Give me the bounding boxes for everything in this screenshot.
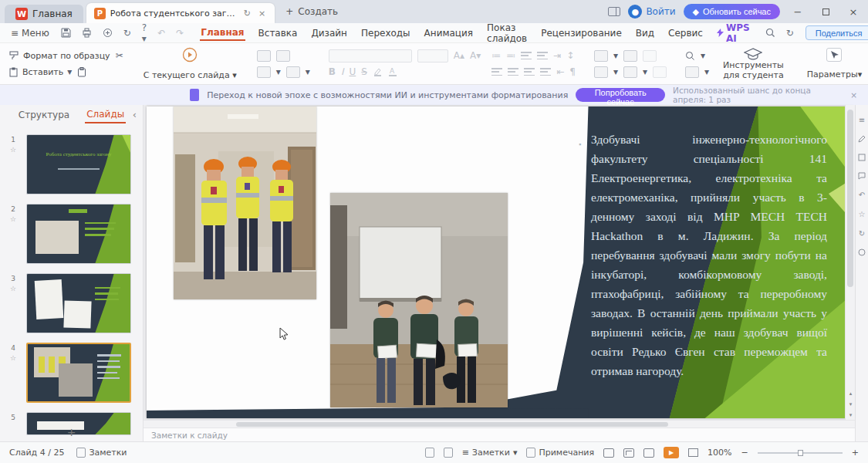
new-slide-button[interactable] [257, 50, 271, 62]
zoom-level[interactable]: 100% [708, 448, 731, 458]
sync-icon[interactable]: ↻ [121, 28, 133, 39]
slide-layout-button[interactable] [276, 50, 290, 62]
upgrade-button[interactable]: ◆ Обновить сейчас [684, 4, 780, 19]
undo-icon[interactable]: ↶ [155, 28, 167, 39]
insert-media-button[interactable] [653, 66, 667, 78]
align-left-icon[interactable] [521, 52, 532, 59]
help-panel-icon[interactable] [858, 248, 866, 256]
try-now-button[interactable]: Попробовать сейчас [576, 88, 665, 102]
next-slide-arrow[interactable]: ▾ [846, 401, 856, 407]
zoom-slider-knob[interactable] [798, 450, 803, 456]
previous-slide-arrow[interactable]: ▴ [846, 390, 856, 397]
reset-slide-button[interactable] [286, 66, 300, 78]
insert-table-button[interactable] [623, 50, 637, 62]
share-button[interactable]: Поделиться [806, 25, 868, 40]
tab-outline[interactable]: Структура [17, 107, 71, 123]
paste-button[interactable]: Вставить ▾ [9, 66, 72, 77]
tab-transitions[interactable]: Переходы [360, 26, 411, 40]
login-button[interactable]: ● Войти [628, 5, 675, 19]
normal-view-button[interactable] [603, 448, 614, 458]
tab-view[interactable]: Вид [635, 26, 655, 40]
split-view-icon[interactable] [608, 7, 620, 16]
accessibility-icon[interactable] [444, 448, 453, 458]
grow-font-icon[interactable]: A▴ [454, 50, 464, 61]
zoom-in-button[interactable]: + [852, 448, 859, 458]
photo-hardhat-group[interactable] [174, 106, 316, 299]
tab-tools[interactable]: Сервис [667, 26, 704, 40]
zoom-out-button[interactable]: − [741, 448, 748, 458]
font-size-select[interactable] [417, 49, 448, 63]
vertical-scrollbar[interactable]: ▴ ▾ ▾ [845, 105, 855, 420]
underline-button[interactable]: U [349, 66, 356, 77]
menu-button[interactable]: ≡ Меню [8, 28, 52, 39]
edit-panel-icon[interactable] [858, 135, 866, 143]
tab-animation[interactable]: Анимация [424, 26, 474, 40]
insert-shape-button[interactable] [594, 50, 608, 62]
layout-dropdown-icon[interactable]: ▾ [306, 66, 310, 77]
slideshow-from-current-button[interactable]: С текущего слайда ▾ [139, 46, 241, 81]
student-tools-button[interactable]: Инструменты для студента [717, 46, 790, 81]
current-slide[interactable]: ▪ Здобувачі інженерно-технологічного фак… [147, 106, 853, 418]
parameters-button[interactable]: Параметры▾ [802, 46, 866, 81]
highlight-color-button[interactable] [373, 67, 383, 76]
close-window-button[interactable]: × [843, 6, 863, 18]
print-icon[interactable] [79, 28, 94, 38]
slide-dropdown-icon[interactable]: ▾ [276, 66, 281, 77]
comments-toggle-button[interactable]: Примечания [526, 448, 594, 458]
fit-slide-icon[interactable] [688, 448, 698, 457]
spellcheck-icon[interactable] [425, 448, 434, 458]
line-spacing-icon[interactable]: ↕ [566, 50, 574, 61]
find-icon[interactable] [685, 51, 695, 61]
collapse-panel-icon[interactable]: ‹ [133, 109, 137, 120]
insert-chart-button[interactable] [643, 50, 657, 62]
slide-thumbnail-2[interactable] [26, 204, 131, 264]
tab-home-ribbon[interactable]: Главная [200, 25, 245, 41]
insert-textbox-button[interactable] [623, 66, 637, 78]
zoom-slider[interactable] [758, 452, 843, 454]
properties-panel-icon[interactable]: ≡ [859, 116, 865, 124]
numbered-list-icon[interactable]: ≕ [506, 50, 515, 61]
photo-awards-group[interactable] [330, 193, 508, 407]
slide-thumbnail-3[interactable] [26, 273, 131, 333]
shapes-panel-icon[interactable] [858, 154, 866, 161]
shrink-font-icon[interactable]: A▾ [470, 50, 481, 61]
horizontal-scrollbar[interactable] [144, 420, 855, 428]
italic-button[interactable]: I [341, 66, 344, 77]
notes-status-button[interactable]: Заметки [76, 448, 127, 458]
duplicate-slide-button[interactable] [257, 66, 271, 78]
close-doc-tab-icon[interactable]: × [257, 8, 267, 19]
doc-sync-icon[interactable]: ↻ [242, 8, 252, 19]
indent-icon[interactable]: ⇥ [553, 50, 561, 61]
outdent-icon[interactable]: ⇤ [556, 66, 564, 77]
search-icon[interactable] [763, 28, 778, 38]
bullet-list-icon[interactable]: ≔ [491, 50, 501, 61]
animation-panel-icon[interactable]: ☆ [859, 210, 866, 218]
reading-view-button[interactable] [643, 448, 654, 458]
tab-design[interactable]: Дизайн [310, 26, 348, 40]
vertical-scrollbar-thumb[interactable] [847, 110, 853, 287]
slide-body-textbox[interactable]: ▪ Здобувачі інженерно-технологічного фак… [591, 130, 827, 380]
transition-panel-icon[interactable]: ↻ [859, 229, 865, 238]
new-tab-button[interactable]: + Создать [278, 6, 346, 17]
slide-thumbnail-4-selected[interactable] [26, 343, 131, 403]
scroll-down-arrow[interactable]: ▾ [846, 412, 856, 418]
clipboard-icon[interactable] [77, 67, 86, 77]
format-painter-button[interactable]: Формат по образцу [9, 51, 110, 61]
redo-icon[interactable]: ↷ [174, 28, 186, 39]
tab-slideshow[interactable]: Показ слайдов [486, 21, 528, 46]
start-slideshow-button[interactable]: ▶ [664, 447, 679, 458]
banner-close-icon[interactable]: × [850, 90, 857, 100]
align-right-icon[interactable] [491, 68, 502, 76]
slide-sorter-view-button[interactable] [623, 448, 634, 458]
bold-button[interactable]: B [329, 66, 336, 77]
text-direction-icon[interactable] [540, 68, 551, 76]
comments-panel-icon[interactable] [858, 172, 866, 180]
help-dropdown[interactable]: ?▾ [140, 22, 149, 44]
align-center-icon[interactable] [537, 52, 548, 59]
tab-insert[interactable]: Вставка [258, 26, 299, 40]
tab-review[interactable]: Рецензирование [540, 26, 623, 40]
notes-input-area[interactable]: Заметки к слайду [144, 428, 855, 441]
add-slide-button[interactable]: + [0, 426, 143, 438]
select-button[interactable] [685, 66, 699, 78]
minimize-button[interactable]: − [788, 6, 808, 18]
